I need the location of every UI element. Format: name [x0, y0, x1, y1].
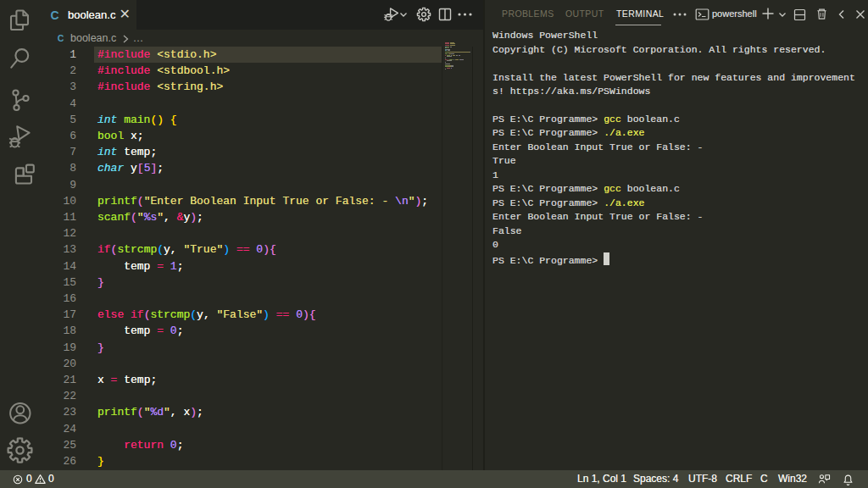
svg-text:C: C [58, 33, 64, 43]
svg-text:C: C [51, 8, 59, 22]
